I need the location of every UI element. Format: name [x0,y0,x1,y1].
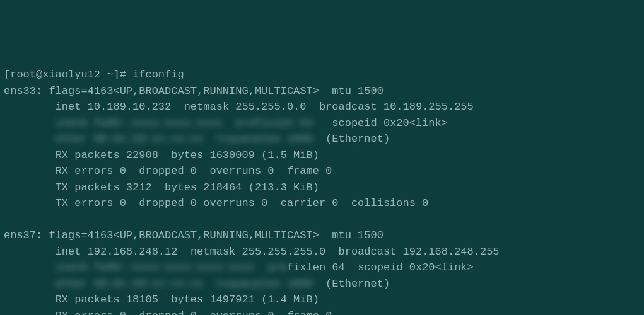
iface1-ethernet: (Ethernet) [325,278,390,290]
prompt-line: [root@xiaolyu12 ~]# ifconfig [4,67,640,83]
terminal-output: [root@xiaolyu12 ~]# ifconfigens33: flags… [4,67,640,315]
iface1-inet-line: inet 192.168.248.12 netmask 255.255.255.… [4,244,640,260]
iface0-broadcast: broadcast 10.189.255.255 [319,101,474,113]
iface0-mtu: mtu 1500 [332,85,383,97]
iface0-inet6-blur: inet6 fe80::xxxx:xxxx:xxxx prefixlen 64 [56,115,313,132]
iface0-inet: inet 10.189.10.232 [56,101,172,113]
iface1-header: ens37: flags=4163<UP,BROADCAST,RUNNING,M… [4,227,640,244]
iface1-inet6-line: inet6 fe80::xxxx:xxxx:xxxx:xxxx prefixle… [4,260,640,276]
iface0-scopeid: scopeid 0x20<link> [332,117,448,129]
iface0-header: ens33: flags=4163<UP,BROADCAST,RUNNING,M… [4,83,640,100]
iface1-ether-line: ether 00:0c:29:xx:xx:xx txqueuelen 1000 … [4,276,640,292]
command-text: ifconfig [132,69,184,81]
iface1-name: ens37 [4,229,36,241]
iface1-scopeid: scopeid 0x20<link> [358,261,474,273]
iface0-rx-errors: RX errors 0 dropped 0 overruns 0 frame 0 [4,163,640,180]
iface1-inet: inet 192.168.248.12 [56,246,178,258]
prompt-host: xiaolyu12 [42,69,100,81]
iface1-rx-packets: RX packets 18105 bytes 1497921 (1.4 MiB) [4,292,640,308]
iface1-broadcast: broadcast 192.168.248.255 [339,246,500,258]
iface0-ethernet: (Ethernet) [325,133,390,145]
prompt-user: root [10,69,36,81]
iface1-rx-errors: RX errors 0 dropped 0 overruns 0 frame 0 [4,308,640,316]
iface0-netmask: netmask 255.255.0.0 [184,101,307,113]
iface1-ether-blur: ether 00:0c:29:xx:xx:xx txqueuelen 1000 [56,276,313,292]
prompt-open: [ [4,69,10,81]
iface1-inet6-blur: inet6 fe80::xxxx:xxxx:xxxx:xxxx pre [56,260,287,276]
iface1-flags: flags=4163<UP,BROADCAST,RUNNING,MULTICAS… [49,229,319,241]
iface0-ether-blur: ether 00:0c:29:xx:xx:xx txqueuelen 1000 [56,131,313,147]
iface0-flags: flags=4163<UP,BROADCAST,RUNNING,MULTICAS… [49,85,319,97]
iface0-name: ens33 [4,85,36,97]
iface1-netmask: netmask 255.255.255.0 [190,246,325,258]
prompt-path: ~ [107,69,113,81]
iface1-mtu: mtu 1500 [332,229,383,241]
prompt-close: ] [113,69,119,81]
blank-line [4,212,640,228]
iface1-prefixlen: fixlen 64 [287,261,345,273]
iface0-rx-packets: RX packets 22908 bytes 1630009 (1.5 MiB) [4,147,640,164]
iface0-ether-line: ether 00:0c:29:xx:xx:xx txqueuelen 1000 … [4,131,640,147]
iface0-inet-line: inet 10.189.10.232 netmask 255.255.0.0 b… [4,99,640,115]
iface0-tx-errors: TX errors 0 dropped 0 overruns 0 carrier… [4,195,640,212]
prompt-symbol: # [120,69,126,81]
iface0-inet6-line: inet6 fe80::xxxx:xxxx:xxxx prefixlen 64 … [4,115,640,132]
iface0-tx-packets: TX packets 3212 bytes 218464 (213.3 KiB) [4,180,640,196]
prompt-at: @ [36,69,42,81]
